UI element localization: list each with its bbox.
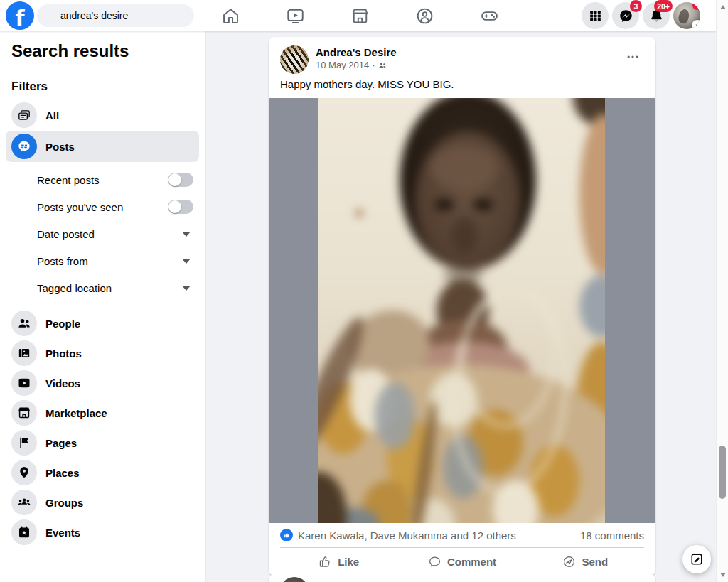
post-more-button[interactable] bbox=[621, 45, 644, 68]
category-item[interactable]: Pages bbox=[6, 428, 199, 458]
marketplace-icon bbox=[17, 406, 31, 420]
watch-icon bbox=[286, 6, 305, 26]
post-author-avatar[interactable] bbox=[280, 45, 309, 74]
scrollbar-thumb[interactable] bbox=[719, 446, 726, 499]
posts-icon bbox=[17, 139, 31, 153]
profile-avatar-button[interactable] bbox=[673, 2, 700, 29]
filter-refinement-row[interactable]: Posts you've seen bbox=[37, 193, 193, 220]
home-icon bbox=[221, 6, 240, 26]
post-author-name[interactable]: Andrea's Desire bbox=[316, 45, 621, 59]
filter-refinement-row[interactable]: Posts from bbox=[37, 247, 193, 274]
filter-refinement-row[interactable]: Recent posts bbox=[37, 166, 193, 193]
top-navigation-bar: f 3 20+ bbox=[0, 0, 716, 31]
nav-tab[interactable] bbox=[213, 1, 247, 30]
category-item[interactable]: Events bbox=[6, 517, 199, 547]
main-nav-tabs bbox=[213, 0, 506, 31]
like-outline-icon bbox=[318, 555, 332, 568]
compose-icon bbox=[690, 552, 704, 566]
like-reaction-icon bbox=[280, 529, 293, 541]
pages-icon bbox=[17, 436, 31, 450]
comment-outline-icon bbox=[428, 555, 441, 568]
events-icon bbox=[17, 525, 31, 539]
search-input[interactable] bbox=[60, 10, 186, 21]
search-icon bbox=[46, 11, 55, 21]
groups-outline-icon bbox=[415, 6, 434, 26]
marketplace-outline-icon bbox=[350, 6, 370, 26]
notifications-badge: 20+ bbox=[654, 0, 673, 12]
chevron-down-icon bbox=[182, 286, 191, 291]
search-results-feed: Andrea's Desire 10 May 2014 · Happy moth… bbox=[205, 31, 716, 582]
category-item[interactable]: Places bbox=[6, 458, 199, 487]
filter-tab[interactable]: Posts bbox=[6, 131, 199, 162]
next-post-card bbox=[269, 574, 655, 582]
toggle-switch[interactable] bbox=[168, 173, 193, 187]
filter-refinement-row[interactable]: Date posted bbox=[37, 220, 193, 247]
messenger-badge: 3 bbox=[630, 0, 642, 12]
chevron-down-icon bbox=[182, 259, 191, 264]
post-engagement-row: Karen Kawala, Dave Mukamma and 12 others… bbox=[269, 523, 655, 547]
post-text: Happy mothers day. MISS YOU BIG. bbox=[269, 74, 655, 98]
chevron-down-icon bbox=[692, 20, 700, 29]
profile-notification-dot bbox=[692, 2, 700, 10]
scroll-up-arrow[interactable] bbox=[717, 1, 728, 13]
filter-tab[interactable]: All bbox=[6, 99, 199, 131]
videos-icon bbox=[17, 376, 31, 390]
nav-tab[interactable] bbox=[278, 1, 312, 30]
notifications-button[interactable]: 20+ bbox=[643, 2, 670, 29]
messenger-button[interactable]: 3 bbox=[612, 2, 639, 29]
post-action-button[interactable]: Like bbox=[277, 550, 400, 573]
category-item[interactable]: Groups bbox=[6, 487, 199, 517]
nav-tab[interactable] bbox=[472, 1, 506, 30]
menu-button[interactable] bbox=[582, 2, 609, 29]
scroll-down-arrow[interactable] bbox=[717, 569, 728, 581]
people-icon bbox=[17, 316, 31, 330]
photos-icon bbox=[17, 346, 31, 360]
grid-icon bbox=[588, 9, 603, 23]
filters-heading: Filters bbox=[0, 70, 205, 99]
category-item[interactable]: Marketplace bbox=[6, 398, 199, 428]
search-filters-sidebar: Search results Filters All Posts Recent … bbox=[0, 31, 205, 582]
groups-icon bbox=[17, 495, 31, 510]
send-outline-icon bbox=[562, 555, 576, 568]
nav-tab[interactable] bbox=[343, 1, 377, 30]
facebook-logo[interactable]: f bbox=[6, 1, 34, 30]
gaming-icon bbox=[480, 6, 499, 26]
reactions-summary[interactable]: Karen Kawala, Dave Mukamma and 12 others bbox=[280, 529, 516, 541]
toggle-switch[interactable] bbox=[168, 200, 193, 214]
comments-count[interactable]: 18 comments bbox=[580, 529, 644, 541]
category-item[interactable]: Photos bbox=[6, 338, 199, 368]
filter-refinement-row[interactable]: Tagged location bbox=[37, 274, 193, 301]
search-bar[interactable] bbox=[37, 4, 194, 27]
friends-icon bbox=[378, 61, 387, 70]
nav-tab[interactable] bbox=[407, 1, 441, 30]
category-list: People Photos Videos Marketplace Pages P… bbox=[0, 308, 205, 547]
post-card: Andrea's Desire 10 May 2014 · Happy moth… bbox=[269, 37, 655, 576]
post-action-button[interactable]: Send bbox=[524, 550, 647, 573]
compose-button[interactable] bbox=[682, 545, 711, 573]
filter-tabs: All Posts bbox=[0, 99, 205, 162]
post-action-buttons: Like Comment Send bbox=[269, 548, 655, 576]
next-post-avatar[interactable] bbox=[280, 577, 309, 582]
chevron-down-icon bbox=[182, 232, 191, 237]
category-item[interactable]: People bbox=[6, 308, 199, 338]
messenger-icon bbox=[619, 9, 633, 23]
filter-refinements: Recent posts Posts you've seen Date post… bbox=[0, 166, 205, 301]
post-header: Andrea's Desire 10 May 2014 · bbox=[269, 37, 655, 74]
post-action-button[interactable]: Comment bbox=[400, 550, 523, 573]
category-item[interactable]: Videos bbox=[6, 368, 199, 398]
page-scrollbar[interactable] bbox=[716, 0, 728, 582]
post-date[interactable]: 10 May 2014 bbox=[316, 60, 369, 70]
all-filter-icon bbox=[17, 108, 31, 122]
post-photo[interactable] bbox=[269, 98, 655, 523]
more-icon bbox=[626, 50, 640, 64]
topbar-actions: 3 20+ bbox=[582, 2, 700, 29]
places-icon bbox=[17, 465, 31, 480]
page-title: Search results bbox=[0, 31, 205, 70]
